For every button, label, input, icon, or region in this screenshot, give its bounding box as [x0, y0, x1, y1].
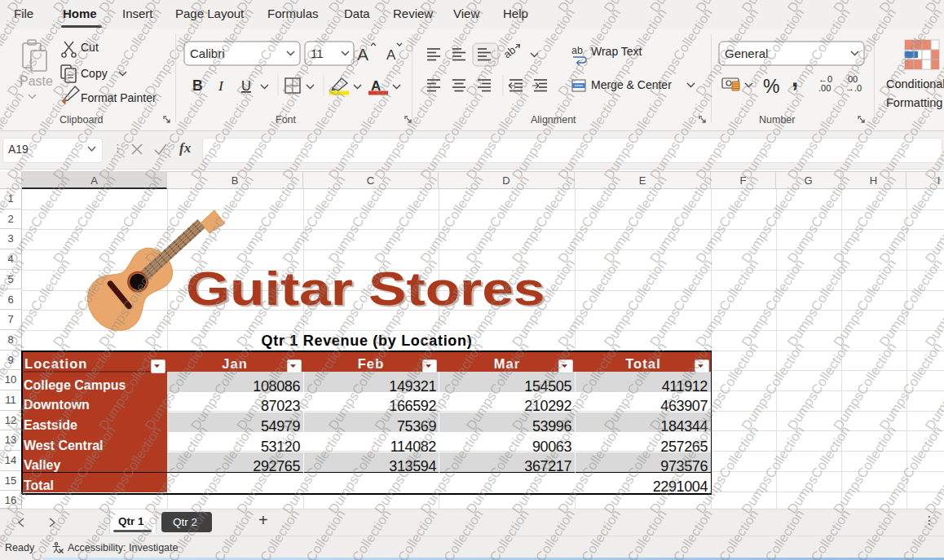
- svg-text:Wrap Text: Wrap Text: [591, 45, 642, 58]
- svg-text:Formatting: Formatting: [886, 96, 942, 109]
- svg-text:Merge & Center: Merge & Center: [591, 78, 672, 91]
- svg-text:ab: ab: [571, 45, 583, 56]
- svg-text:I: I: [218, 77, 224, 94]
- svg-text:Cut: Cut: [81, 41, 99, 54]
- svg-text:,: ,: [792, 64, 798, 91]
- svg-text:A: A: [357, 45, 368, 64]
- svg-text:U: U: [241, 78, 251, 93]
- svg-text:Format Painter: Format Painter: [81, 91, 157, 104]
- svg-text:.00: .00: [818, 83, 831, 93]
- svg-text:Copy: Copy: [81, 67, 108, 80]
- svg-text:General: General: [725, 46, 768, 60]
- svg-text:Calibri: Calibri: [190, 46, 225, 60]
- svg-text:B: B: [192, 77, 203, 94]
- svg-text:Conditional: Conditional: [886, 77, 944, 90]
- svg-text:Paste: Paste: [20, 74, 53, 88]
- svg-text:→.0: →.0: [845, 83, 862, 93]
- svg-text:11: 11: [311, 46, 324, 60]
- svg-text:ab: ab: [501, 44, 518, 61]
- svg-text:A: A: [386, 47, 396, 63]
- svg-text:%: %: [763, 76, 779, 97]
